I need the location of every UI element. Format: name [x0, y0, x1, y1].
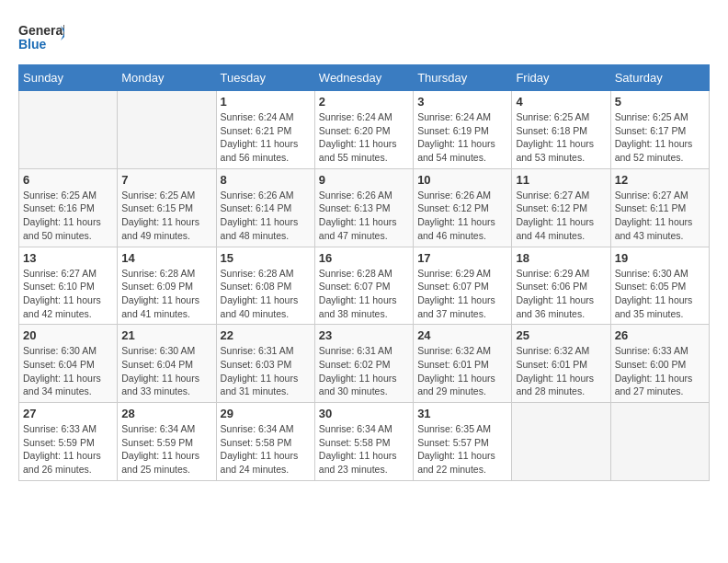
day-number: 17 — [417, 251, 507, 265]
calendar-cell: 16Sunrise: 6:28 AMSunset: 6:07 PMDayligh… — [314, 247, 413, 325]
day-number: 30 — [319, 407, 409, 420]
weekday-header: Sunday — [19, 65, 118, 91]
day-info: Sunrise: 6:26 AMSunset: 6:14 PMDaylight:… — [221, 189, 311, 243]
weekday-header: Saturday — [610, 65, 709, 91]
calendar-cell: 24Sunrise: 6:32 AMSunset: 6:01 PMDayligh… — [414, 325, 512, 403]
day-info: Sunrise: 6:25 AMSunset: 6:16 PMDaylight:… — [23, 189, 113, 243]
day-number: 24 — [417, 328, 507, 342]
calendar-cell: 31Sunrise: 6:35 AMSunset: 5:57 PMDayligh… — [414, 403, 512, 481]
calendar-cell: 13Sunrise: 6:27 AMSunset: 6:10 PMDayligh… — [19, 247, 118, 325]
day-number: 9 — [319, 173, 409, 187]
calendar-cell: 23Sunrise: 6:31 AMSunset: 6:02 PMDayligh… — [314, 325, 413, 403]
weekday-header: Thursday — [414, 65, 512, 91]
day-info: Sunrise: 6:27 AMSunset: 6:10 PMDaylight:… — [23, 267, 113, 321]
calendar-cell — [118, 91, 216, 169]
day-number: 13 — [23, 251, 113, 265]
day-info: Sunrise: 6:33 AMSunset: 5:59 PMDaylight:… — [23, 422, 113, 477]
calendar-cell: 8Sunrise: 6:26 AMSunset: 6:14 PMDaylight… — [216, 168, 314, 247]
day-info: Sunrise: 6:30 AMSunset: 6:05 PMDaylight:… — [615, 267, 705, 321]
day-number: 27 — [23, 407, 113, 420]
weekday-header: Wednesday — [314, 65, 413, 91]
day-info: Sunrise: 6:26 AMSunset: 6:13 PMDaylight:… — [319, 189, 409, 243]
calendar-cell: 22Sunrise: 6:31 AMSunset: 6:03 PMDayligh… — [216, 325, 314, 403]
calendar-week-row: 6Sunrise: 6:25 AMSunset: 6:16 PMDaylight… — [19, 168, 710, 247]
calendar-week-row: 1Sunrise: 6:24 AMSunset: 6:21 PMDaylight… — [19, 91, 710, 169]
day-number: 22 — [221, 328, 311, 342]
calendar-cell: 1Sunrise: 6:24 AMSunset: 6:21 PMDaylight… — [216, 91, 314, 169]
day-info: Sunrise: 6:31 AMSunset: 6:03 PMDaylight:… — [221, 344, 311, 398]
calendar-cell: 17Sunrise: 6:29 AMSunset: 6:07 PMDayligh… — [414, 247, 512, 325]
calendar-cell: 28Sunrise: 6:34 AMSunset: 5:59 PMDayligh… — [118, 403, 216, 481]
calendar-cell: 18Sunrise: 6:29 AMSunset: 6:06 PMDayligh… — [512, 247, 610, 325]
day-info: Sunrise: 6:28 AMSunset: 6:09 PMDaylight:… — [121, 267, 211, 321]
calendar-cell: 2Sunrise: 6:24 AMSunset: 6:20 PMDaylight… — [314, 91, 413, 169]
calendar-cell: 26Sunrise: 6:33 AMSunset: 6:00 PMDayligh… — [610, 325, 709, 403]
day-info: Sunrise: 6:27 AMSunset: 6:11 PMDaylight:… — [615, 189, 705, 243]
day-info: Sunrise: 6:28 AMSunset: 6:07 PMDaylight:… — [319, 267, 409, 321]
logo-svg: General Blue — [18, 18, 64, 55]
day-number: 25 — [516, 328, 606, 342]
day-info: Sunrise: 6:27 AMSunset: 6:12 PMDaylight:… — [516, 189, 606, 243]
calendar-cell: 11Sunrise: 6:27 AMSunset: 6:12 PMDayligh… — [512, 168, 610, 247]
day-info: Sunrise: 6:25 AMSunset: 6:18 PMDaylight:… — [516, 110, 606, 165]
weekday-header: Monday — [118, 65, 216, 91]
day-number: 5 — [615, 95, 705, 109]
day-number: 23 — [319, 328, 409, 342]
day-info: Sunrise: 6:25 AMSunset: 6:15 PMDaylight:… — [121, 189, 211, 243]
day-number: 16 — [319, 251, 409, 265]
svg-text:Blue: Blue — [18, 37, 47, 52]
weekday-header: Tuesday — [216, 65, 314, 91]
day-number: 14 — [121, 251, 211, 265]
calendar-cell: 4Sunrise: 6:25 AMSunset: 6:18 PMDaylight… — [512, 91, 610, 169]
day-info: Sunrise: 6:31 AMSunset: 6:02 PMDaylight:… — [319, 344, 409, 398]
day-number: 29 — [221, 407, 311, 420]
calendar-cell — [19, 91, 118, 169]
weekday-header-row: SundayMondayTuesdayWednesdayThursdayFrid… — [19, 65, 710, 91]
calendar-cell: 20Sunrise: 6:30 AMSunset: 6:04 PMDayligh… — [19, 325, 118, 403]
day-number: 28 — [121, 407, 211, 420]
day-info: Sunrise: 6:32 AMSunset: 6:01 PMDaylight:… — [417, 344, 507, 398]
day-info: Sunrise: 6:33 AMSunset: 6:00 PMDaylight:… — [615, 344, 705, 398]
day-info: Sunrise: 6:24 AMSunset: 6:19 PMDaylight:… — [417, 110, 507, 165]
day-number: 3 — [417, 95, 507, 109]
day-info: Sunrise: 6:30 AMSunset: 6:04 PMDaylight:… — [23, 344, 113, 398]
day-number: 18 — [516, 251, 606, 265]
day-info: Sunrise: 6:24 AMSunset: 6:20 PMDaylight:… — [319, 110, 409, 165]
calendar-cell: 10Sunrise: 6:26 AMSunset: 6:12 PMDayligh… — [414, 168, 512, 247]
day-info: Sunrise: 6:29 AMSunset: 6:06 PMDaylight:… — [516, 267, 606, 321]
day-info: Sunrise: 6:34 AMSunset: 5:58 PMDaylight:… — [221, 422, 311, 477]
day-info: Sunrise: 6:28 AMSunset: 6:08 PMDaylight:… — [221, 267, 311, 321]
day-number: 12 — [615, 173, 705, 187]
calendar-week-row: 27Sunrise: 6:33 AMSunset: 5:59 PMDayligh… — [19, 403, 710, 481]
calendar-cell: 30Sunrise: 6:34 AMSunset: 5:58 PMDayligh… — [314, 403, 413, 481]
calendar-table: SundayMondayTuesdayWednesdayThursdayFrid… — [18, 64, 710, 481]
calendar-cell: 9Sunrise: 6:26 AMSunset: 6:13 PMDaylight… — [314, 168, 413, 247]
day-info: Sunrise: 6:30 AMSunset: 6:04 PMDaylight:… — [121, 344, 211, 398]
day-number: 19 — [615, 251, 705, 265]
calendar-cell: 25Sunrise: 6:32 AMSunset: 6:01 PMDayligh… — [512, 325, 610, 403]
day-info: Sunrise: 6:32 AMSunset: 6:01 PMDaylight:… — [516, 344, 606, 398]
calendar-cell: 6Sunrise: 6:25 AMSunset: 6:16 PMDaylight… — [19, 168, 118, 247]
day-number: 15 — [221, 251, 311, 265]
calendar-week-row: 20Sunrise: 6:30 AMSunset: 6:04 PMDayligh… — [19, 325, 710, 403]
day-number: 10 — [417, 173, 507, 187]
calendar-cell: 27Sunrise: 6:33 AMSunset: 5:59 PMDayligh… — [19, 403, 118, 481]
svg-text:General: General — [18, 23, 64, 38]
day-info: Sunrise: 6:34 AMSunset: 5:59 PMDaylight:… — [121, 422, 211, 477]
day-number: 11 — [516, 173, 606, 187]
calendar-cell — [512, 403, 610, 481]
day-number: 2 — [319, 95, 409, 109]
day-number: 20 — [23, 328, 113, 342]
day-info: Sunrise: 6:34 AMSunset: 5:58 PMDaylight:… — [319, 422, 409, 477]
calendar-cell: 15Sunrise: 6:28 AMSunset: 6:08 PMDayligh… — [216, 247, 314, 325]
page-header: General Blue — [18, 18, 710, 55]
calendar-cell — [610, 403, 709, 481]
weekday-header: Friday — [512, 65, 610, 91]
logo: General Blue — [18, 18, 64, 55]
day-number: 21 — [121, 328, 211, 342]
day-number: 6 — [23, 173, 113, 187]
calendar-cell: 14Sunrise: 6:28 AMSunset: 6:09 PMDayligh… — [118, 247, 216, 325]
day-number: 26 — [615, 328, 705, 342]
day-number: 4 — [516, 95, 606, 109]
calendar-cell: 3Sunrise: 6:24 AMSunset: 6:19 PMDaylight… — [414, 91, 512, 169]
